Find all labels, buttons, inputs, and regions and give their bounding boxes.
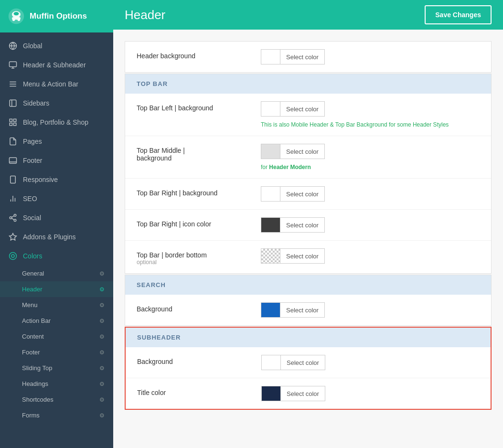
sidebar-item-menu[interactable]: Menu ⚙ bbox=[0, 297, 113, 313]
topbar-border-row: Top Bar | border bottom optional Select … bbox=[125, 241, 491, 273]
sidebar-item-headings[interactable]: Headings ⚙ bbox=[0, 376, 113, 392]
search-bg-picker: Select color bbox=[261, 302, 325, 318]
subheader-title-label: Title color bbox=[137, 386, 252, 396]
svg-rect-14 bbox=[10, 100, 16, 107]
topbar-right-swatch[interactable] bbox=[261, 186, 280, 202]
svg-point-5 bbox=[18, 19, 20, 21]
svg-point-33 bbox=[10, 253, 17, 260]
svg-rect-20 bbox=[10, 158, 17, 163]
sidebar-item-label: Sidebars bbox=[23, 99, 49, 107]
topbar-left-swatch[interactable] bbox=[261, 101, 280, 117]
sidebar-item-general[interactable]: General ⚙ bbox=[0, 266, 113, 281]
svg-rect-8 bbox=[10, 62, 17, 67]
svg-point-4 bbox=[12, 19, 15, 21]
topbar-middle-picker: Select color bbox=[261, 144, 325, 159]
gear-icon: ⚙ bbox=[99, 396, 105, 403]
topbar-right-icon-label: Top Bar Right | icon color bbox=[137, 217, 251, 228]
sub-item-label: Menu bbox=[22, 301, 38, 309]
subheader-bg-select-btn[interactable]: Select color bbox=[280, 355, 325, 370]
topbar-middle-control: Select color for Header Modern bbox=[261, 144, 325, 171]
subheader-bg-swatch[interactable] bbox=[261, 355, 280, 370]
topbar-border-swatch[interactable] bbox=[261, 248, 280, 264]
sub-item-label: Headings bbox=[22, 380, 48, 387]
app-title: Muffin Options bbox=[30, 11, 87, 21]
sidebar-item-pages[interactable]: Pages bbox=[0, 132, 113, 151]
sidebar-item-label: Header & Subheader bbox=[23, 61, 86, 69]
sidebar-item-content[interactable]: Content ⚙ bbox=[0, 329, 113, 344]
svg-line-30 bbox=[11, 218, 14, 220]
sidebar-item-global[interactable]: Global bbox=[0, 36, 113, 55]
sub-item-label: Footer bbox=[22, 349, 40, 356]
topbar-right-icon-swatch[interactable] bbox=[261, 217, 280, 233]
search-bg-select-btn[interactable]: Select color bbox=[280, 302, 325, 318]
topbar-left-picker: Select color bbox=[261, 101, 325, 117]
sidebar-item-header[interactable]: Header ⚙ bbox=[0, 281, 113, 297]
topbar-right-select-btn[interactable]: Select color bbox=[280, 186, 325, 202]
gear-icon: ⚙ bbox=[99, 270, 105, 277]
menu-icon bbox=[9, 80, 17, 88]
sidebar-item-menu-action-bar[interactable]: Menu & Action Bar bbox=[0, 75, 113, 94]
subheader-title-swatch[interactable] bbox=[261, 386, 280, 401]
topbar-right-icon-select-btn[interactable]: Select color bbox=[280, 217, 325, 233]
gear-icon: ⚙ bbox=[99, 412, 105, 419]
sidebar-item-blog-portfolio-shop[interactable]: Blog, Portfolio & Shop bbox=[0, 113, 113, 132]
topbar-middle-row: Top Bar Middle | background Select color… bbox=[125, 136, 491, 179]
topbar: Header Save Changes bbox=[113, 0, 503, 30]
colors-icon bbox=[9, 252, 17, 260]
monitor-icon bbox=[9, 61, 17, 69]
sub-item-label: Header bbox=[22, 286, 43, 293]
topbar-middle-swatch[interactable] bbox=[261, 144, 280, 159]
search-bg-swatch[interactable] bbox=[261, 302, 280, 318]
sub-item-label: Shortcodes bbox=[22, 396, 54, 403]
header-bg-swatch[interactable] bbox=[261, 49, 280, 64]
topbar-middle-select-btn[interactable]: Select color bbox=[280, 144, 325, 159]
sidebar-item-social[interactable]: Social bbox=[0, 208, 113, 227]
sidebar-item-responsive[interactable]: Responsive bbox=[0, 170, 113, 189]
sidebar-item-label: Menu & Action Bar bbox=[23, 80, 78, 88]
svg-point-29 bbox=[14, 219, 16, 222]
topbar-section-header: TOP BAR bbox=[125, 74, 491, 94]
header-modern-link[interactable]: Header Modern bbox=[269, 164, 310, 171]
sidebar-item-action-bar[interactable]: Action Bar ⚙ bbox=[0, 313, 113, 329]
topbar-border-select-btn[interactable]: Select color bbox=[280, 248, 325, 264]
sidebar-item-footer-sub[interactable]: Footer ⚙ bbox=[0, 344, 113, 360]
sidebar: Muffin Options Global Header & Subheader… bbox=[0, 0, 113, 448]
sidebar-item-seo[interactable]: SEO bbox=[0, 189, 113, 208]
subheader-title-select-btn[interactable]: Select color bbox=[280, 386, 325, 401]
topbar-border-control: Select color bbox=[261, 248, 325, 264]
sidebar-item-label: SEO bbox=[23, 195, 37, 203]
svg-point-2 bbox=[14, 12, 19, 15]
svg-point-28 bbox=[10, 217, 12, 219]
barchart-icon bbox=[9, 194, 17, 203]
sidebar-item-shortcodes[interactable]: Shortcodes ⚙ bbox=[0, 392, 113, 407]
search-section-header: SEARCH bbox=[125, 275, 491, 295]
sidebar-item-label: Responsive bbox=[23, 176, 58, 183]
search-bg-control: Select color bbox=[261, 302, 325, 318]
sidebar-item-header-subheader[interactable]: Header & Subheader bbox=[0, 55, 113, 75]
sidebar-item-colors[interactable]: Colors bbox=[0, 246, 113, 266]
sidebar-item-label: Addons & Plugins bbox=[23, 233, 76, 241]
sidebar-item-label: Global bbox=[23, 42, 42, 50]
gear-icon: ⚙ bbox=[99, 381, 105, 387]
search-bg-row: Background Select color bbox=[125, 295, 491, 325]
topbar-left-select-btn[interactable]: Select color bbox=[280, 101, 325, 117]
sidebar-item-sliding-top[interactable]: Sliding Top ⚙ bbox=[0, 360, 113, 376]
topbar-right-row: Top Bar Right | background Select color bbox=[125, 179, 491, 210]
sidebar-item-forms[interactable]: Forms ⚙ bbox=[0, 407, 113, 423]
sidebar-item-footer[interactable]: Footer bbox=[0, 151, 113, 170]
gear-icon: ⚙ bbox=[99, 318, 105, 324]
header-bg-label: Header background bbox=[137, 49, 251, 60]
topbar-section: TOP BAR Top Bar Left | background Select… bbox=[125, 74, 492, 274]
header-bg-select-btn[interactable]: Select color bbox=[280, 49, 325, 64]
save-changes-button[interactable]: Save Changes bbox=[425, 5, 492, 24]
topbar-border-picker: Select color bbox=[261, 248, 325, 264]
sidebar-item-addons-plugins[interactable]: Addons & Plugins bbox=[0, 227, 113, 246]
svg-point-27 bbox=[14, 214, 16, 217]
sidebar-item-sidebars[interactable]: Sidebars bbox=[0, 94, 113, 113]
file-icon bbox=[9, 137, 17, 146]
topbar-middle-hint: for Header Modern bbox=[261, 164, 311, 171]
gear-icon: ⚙ bbox=[99, 349, 105, 356]
gear-icon: ⚙ bbox=[99, 286, 105, 293]
sub-item-label: Forms bbox=[22, 412, 40, 419]
share-icon bbox=[9, 213, 17, 222]
